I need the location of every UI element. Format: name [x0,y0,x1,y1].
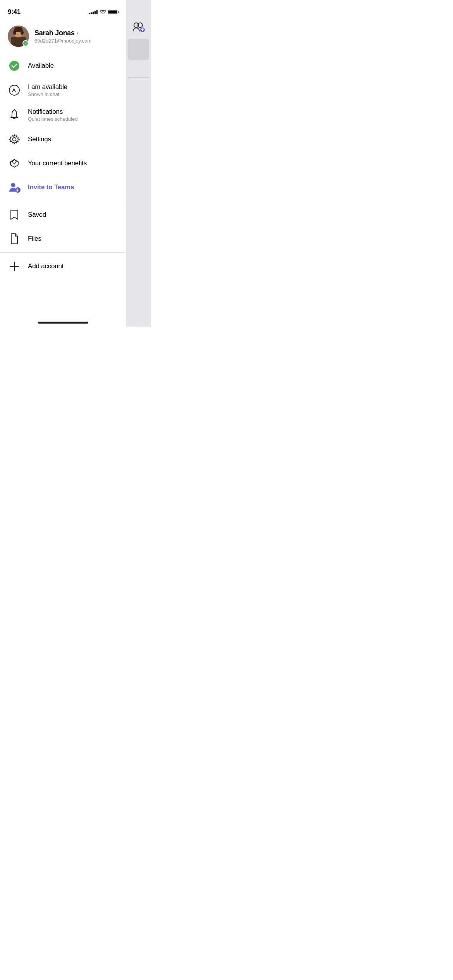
svg-point-15 [21,30,24,35]
bell-icon [8,108,21,122]
menu-item-add-account[interactable]: Add account [0,254,126,278]
available-icon [8,59,21,72]
right-panel-box [128,39,149,60]
battery-icon [108,10,118,14]
profile-name-row: Sarah Jonas › [34,29,118,37]
gear-icon [8,133,21,146]
wifi-icon [100,10,106,14]
menu-item-settings[interactable]: Settings [0,127,126,151]
divider-2 [0,252,126,253]
right-panel-divider [128,77,149,78]
online-status-dot: ✓ [22,40,29,46]
notifications-text-group: Notifications Quiet times scheduled [28,108,78,122]
diamond-icon [8,157,21,170]
benefits-label: Your current benefits [28,159,87,167]
menu-item-available[interactable]: Available [0,54,126,78]
main-content: 9:41 [0,0,126,327]
file-icon [8,232,21,245]
profile-section[interactable]: ✓ Sarah Jonas › 69d2d271@moodjoy.com [0,19,126,54]
profile-chevron-icon: › [77,30,79,36]
pencil-circle-icon [8,84,21,97]
menu-item-benefits[interactable]: Your current benefits [0,151,126,175]
screen: 9:41 [0,0,151,327]
status-message-text-group: I am available Shown in chat [28,83,67,97]
svg-marker-20 [10,159,18,167]
right-panel-icon [132,19,147,35]
profile-email: 69d2d271@moodjoy.com [34,38,118,44]
add-account-label: Add account [28,262,63,270]
right-panel [126,0,151,327]
menu-item-invite[interactable]: Invite to Teams [0,175,126,199]
menu-item-files[interactable]: Files [0,227,126,251]
svg-point-17 [9,85,19,95]
avatar: ✓ [8,26,29,47]
svg-rect-7 [11,38,26,39]
profile-info: Sarah Jonas › 69d2d271@moodjoy.com [34,29,118,44]
status-message-label: I am available [28,83,67,91]
settings-label: Settings [28,135,51,143]
available-label: Available [28,62,54,70]
status-bar: 9:41 [0,0,126,19]
notifications-sublabel: Quiet times scheduled [28,116,78,122]
svg-point-16 [9,61,19,71]
menu-item-notifications[interactable]: Notifications Quiet times scheduled [0,103,126,127]
saved-label: Saved [28,211,46,219]
files-label: Files [28,235,41,243]
profile-name: Sarah Jonas [34,29,75,37]
bookmark-icon [8,208,21,221]
svg-rect-8 [11,39,26,40]
person-plus-icon [8,181,21,194]
signal-icon [89,10,98,14]
status-message-sublabel: Shown in chat [28,91,67,97]
svg-point-19 [13,138,16,141]
menu-list: Available I am available Shown in chat [0,54,126,278]
status-time: 9:41 [8,8,21,16]
invite-label: Invite to Teams [28,183,74,191]
status-icons [89,10,118,14]
notifications-label: Notifications [28,108,78,116]
svg-point-14 [13,30,16,35]
svg-point-24 [11,183,15,187]
menu-item-status-message[interactable]: I am available Shown in chat [0,78,126,103]
divider-1 [0,201,126,201]
home-indicator [38,322,88,324]
plus-icon [8,260,21,273]
menu-item-saved[interactable]: Saved [0,203,126,227]
